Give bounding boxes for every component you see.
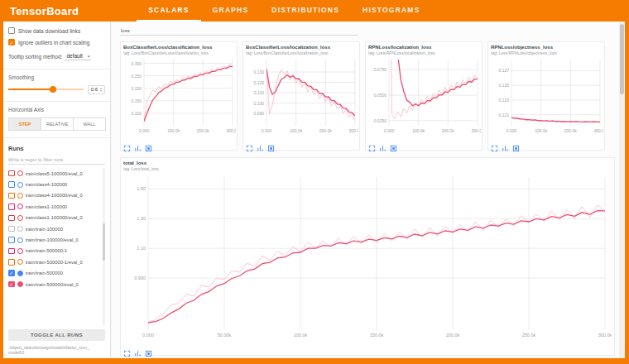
run-row[interactable]: train/class1-100000 — [8, 201, 101, 212]
tooltip-sorting-select[interactable]: default ▾ — [65, 52, 91, 60]
expand-icon[interactable] — [368, 141, 376, 148]
run-row[interactable]: ✓train/train-500000/eval_0 — [8, 279, 101, 290]
run-row[interactable]: train/class4-100000 — [8, 179, 101, 189]
run-label: train/train-100000/eval_0 — [26, 237, 79, 242]
smoothing-value-box[interactable]: 0.6 ▴ ▾ — [88, 85, 105, 94]
line-chart[interactable]: 0.000100.0k200.0k300.0k0.0900.1000.1100.… — [246, 56, 358, 136]
chart-actions — [491, 141, 602, 148]
run-checkbox[interactable] — [8, 237, 15, 243]
chart-tag: tag: Loss/BoxClassifierLoss/localization… — [246, 50, 357, 55]
run-checkbox[interactable] — [8, 181, 15, 188]
run-row[interactable]: train/train-100000 — [8, 223, 101, 234]
chart-tag: tag: Loss/RPNLoss/localization_loss — [368, 50, 479, 55]
run-checkbox[interactable] — [8, 215, 15, 222]
svg-text:100.0k: 100.0k — [167, 128, 180, 133]
spinner-down-icon[interactable]: ▾ — [100, 89, 102, 93]
svg-text:0.000: 0.000 — [139, 128, 150, 133]
run-checkbox[interactable] — [8, 248, 15, 255]
show-download-checkbox[interactable] — [8, 27, 15, 34]
expand-icon[interactable] — [123, 141, 131, 148]
show-download-row[interactable]: Show data download links — [8, 27, 105, 34]
run-color-circle — [17, 204, 23, 209]
line-chart[interactable]: 0.00050.00k100.0k150.0k200.0k250.0k300.0… — [123, 172, 612, 341]
run-label: train/class4-100000/eval_0 — [26, 193, 83, 198]
total-loss-section: total_losstag: Loss/total_loss0.00050.00… — [120, 157, 616, 356]
pin-icon[interactable] — [145, 141, 152, 148]
line-chart[interactable]: 0.000100.0k200.0k300.0k0.1000.1500.2000.… — [123, 56, 236, 136]
chart-actions — [123, 346, 612, 353]
svg-text:0.123: 0.123 — [498, 98, 509, 103]
chart-actions — [368, 141, 479, 148]
smoothing-spinner[interactable]: ▴ ▾ — [100, 87, 102, 93]
smoothing-slider[interactable] — [8, 89, 84, 90]
pin-icon[interactable] — [267, 141, 275, 148]
svg-text:100.0k: 100.0k — [290, 128, 303, 133]
svg-text:0.000: 0.000 — [142, 333, 154, 338]
svg-text:0.127: 0.127 — [498, 68, 509, 73]
line-chart[interactable]: 0.000100.0k200.0k300.0k0.02500.05000.075… — [368, 56, 481, 136]
content: Show data download links ✓ Ignore outlie… — [3, 22, 625, 358]
run-row[interactable]: train/train-500000-1 — [8, 246, 101, 256]
nav-tabs: SCALARSGRAPHSDISTRIBUTIONSHISTOGRAMS — [137, 0, 431, 22]
chart-tag: tag: Loss/BoxClassifierLoss/classificati… — [123, 50, 234, 55]
run-list-scrollbar[interactable] — [103, 168, 105, 325]
tab-histograms[interactable]: HISTOGRAMS — [351, 0, 431, 22]
tab-graphs[interactable]: GRAPHS — [201, 0, 261, 22]
fit-domain-icon[interactable] — [257, 141, 264, 148]
svg-text:0.0500: 0.0500 — [374, 93, 387, 98]
smoothing-slider-handle[interactable] — [50, 86, 56, 93]
axis-step-button[interactable]: STEP — [8, 117, 41, 131]
pin-icon[interactable] — [512, 141, 520, 148]
pin-icon[interactable] — [390, 141, 397, 148]
expand-icon[interactable] — [246, 141, 253, 148]
run-checkbox[interactable]: ✓ — [8, 281, 15, 288]
run-row[interactable]: ✓train/train-500000 — [8, 268, 101, 279]
toggle-all-runs-button[interactable]: TOGGLE ALL RUNS — [8, 329, 105, 341]
run-filter-input[interactable] — [8, 156, 105, 165]
axis-button-group: STEPRELATIVEWALL — [8, 117, 105, 131]
run-list-scrollbar-thumb[interactable] — [103, 223, 105, 261]
run-checkbox[interactable] — [8, 259, 15, 266]
run-row[interactable]: train/class1-100000/eval_0 — [8, 213, 101, 223]
chart-card: RPNLoss/localization_losstag: Loss/RPNLo… — [365, 41, 483, 151]
header: TensorBoard SCALARSGRAPHSDISTRIBUTIONSHI… — [0, 0, 629, 22]
tab-distributions[interactable]: DISTRIBUTIONS — [260, 0, 351, 22]
expand-icon[interactable] — [123, 346, 131, 353]
svg-text:0.100: 0.100 — [253, 101, 264, 106]
divider — [3, 137, 110, 138]
main-scrollbar-thumb[interactable] — [620, 24, 624, 94]
run-checkbox[interactable] — [8, 226, 15, 232]
run-row[interactable]: train/class5-100000/eval_0 — [8, 168, 101, 179]
run-label: train/train-500000-1 — [26, 248, 68, 253]
line-chart[interactable]: 0.000100.0k200.0k300.0k0.1210.1230.1250.… — [491, 56, 603, 136]
run-checkbox[interactable] — [8, 204, 15, 210]
svg-text:300.0k: 300.0k — [348, 128, 358, 133]
fit-domain-icon[interactable] — [134, 141, 142, 148]
chart-title: RPNLoss/localization_loss — [368, 45, 479, 50]
fit-domain-icon[interactable] — [379, 141, 387, 148]
fit-domain-icon[interactable] — [134, 346, 142, 353]
run-row[interactable]: train/class4-100000/eval_0 — [8, 190, 101, 201]
main-scrollbar[interactable] — [619, 22, 625, 358]
pin-icon[interactable] — [145, 346, 152, 353]
tab-scalars[interactable]: SCALARS — [137, 0, 201, 22]
axis-relative-button[interactable]: RELATIVE — [41, 117, 74, 131]
run-row[interactable]: train/train-100000/eval_0 — [8, 234, 101, 245]
ignore-outliers-row[interactable]: ✓ Ignore outliers in chart scaling — [8, 39, 105, 46]
axis-wall-button[interactable]: WALL — [73, 117, 106, 131]
run-color-circle — [17, 281, 23, 287]
run-row[interactable]: train/train-500000-1/eval_0 — [8, 256, 101, 267]
run-checkbox[interactable] — [8, 193, 15, 199]
run-list-wrap: train/class5-100000/eval_0train/class4-1… — [8, 168, 105, 325]
expand-icon[interactable] — [491, 141, 498, 148]
run-checkbox[interactable] — [8, 170, 15, 177]
run-color-circle — [17, 182, 23, 188]
fit-domain-icon[interactable] — [502, 141, 509, 148]
run-checkbox[interactable]: ✓ — [8, 270, 15, 276]
run-color-circle — [17, 248, 23, 254]
app-logo[interactable]: TensorBoard — [10, 5, 79, 17]
run-color-circle — [17, 237, 23, 243]
runs-title: Runs — [8, 145, 105, 152]
filter-tags-input[interactable] — [120, 26, 358, 36]
ignore-outliers-checkbox[interactable]: ✓ — [8, 39, 15, 46]
